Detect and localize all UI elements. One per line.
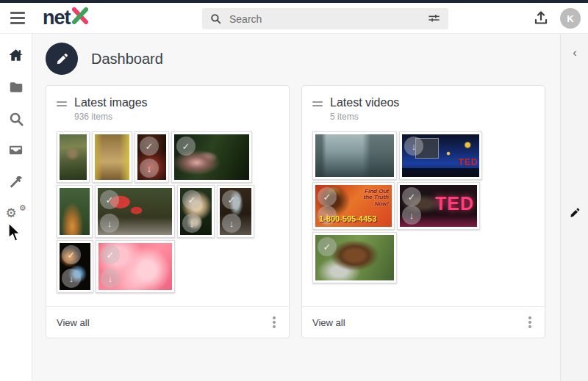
sidebar-item-tools[interactable] xyxy=(0,166,32,197)
download-overlay-icon[interactable]: ↓ xyxy=(404,137,423,156)
sidebar-item-settings[interactable]: ⚙⚙ xyxy=(0,197,32,229)
main-content: Dashboard Latest images 936 items ✓↓✓✓↓✓… xyxy=(32,34,560,381)
top-toolbar: net Search K xyxy=(0,3,588,34)
thumbnail-infomercial-video[interactable]: ✓↓Find Out the Truth Now!1-800-595-4453 xyxy=(312,182,395,230)
thumbnail-mushrooms-on-moss[interactable]: ✓ xyxy=(171,131,252,183)
thumbnail-ted-talk-blue-stage-video[interactable]: ↓TED xyxy=(399,131,482,180)
thumb-overlay-text: Find Out the Truth Now! xyxy=(363,189,389,207)
download-overlay-icon[interactable]: ↓ xyxy=(402,206,421,225)
thumb-overlay-text: TED xyxy=(435,194,474,213)
view-all-link[interactable]: View all xyxy=(57,317,90,328)
card-title: Latest videos xyxy=(330,96,399,109)
check-overlay-icon[interactable]: ✓ xyxy=(222,190,241,209)
thumb-overlay-text: 1-800-595-4453 xyxy=(319,215,376,224)
download-overlay-icon[interactable]: ↓ xyxy=(140,159,159,178)
download-overlay-icon[interactable]: ↓ xyxy=(182,214,201,233)
search-input[interactable]: Search xyxy=(202,8,448,29)
filter-sliders-icon[interactable] xyxy=(427,12,441,26)
thumbnail-fly-agaric-mushrooms[interactable]: ✓↓ xyxy=(95,185,175,238)
thumbnail-tree-fungus[interactable] xyxy=(92,131,132,183)
netx-logo[interactable]: net xyxy=(43,7,89,29)
download-overlay-icon[interactable]: ↓ xyxy=(100,214,119,233)
right-rail: ‹ xyxy=(560,34,588,381)
inbox-tray-icon xyxy=(7,142,24,159)
latest-images-card: Latest images 936 items ✓↓✓✓↓✓↓✓↓✓↓✓↓ Vi… xyxy=(46,85,290,338)
search-icon xyxy=(209,12,222,25)
thumbnail-pink-abstract[interactable]: ✓↓ xyxy=(96,240,175,293)
avatar-initial: K xyxy=(567,13,573,24)
thumb-overlay-text: TED xyxy=(458,158,478,167)
page-header: Dashboard xyxy=(46,43,560,75)
pencil-icon xyxy=(55,52,69,66)
check-overlay-icon[interactable]: ✓ xyxy=(182,190,201,209)
card-header: Latest videos 5 items xyxy=(302,86,545,129)
thumbnail-ink-cap-mushrooms[interactable]: ✓↓ xyxy=(217,185,254,238)
kebab-menu-icon[interactable] xyxy=(270,315,279,330)
logo-x-icon xyxy=(71,7,89,24)
download-overlay-icon[interactable]: ↓ xyxy=(101,269,120,288)
search-nav-icon xyxy=(8,111,24,127)
sidebar-item-search[interactable] xyxy=(0,103,32,134)
thumbnail-red-mushroom-dark[interactable]: ✓↓ xyxy=(135,131,169,183)
card-title: Latest images xyxy=(74,96,148,109)
kebab-menu-icon[interactable] xyxy=(526,315,534,330)
thumbnail-ted-stage-sign-video[interactable]: ✓↓TED xyxy=(397,182,480,230)
thumbnail-orange-mushrooms-forest[interactable] xyxy=(57,185,93,238)
upload-icon[interactable] xyxy=(532,10,550,27)
sidebar-item-inbox[interactable] xyxy=(0,134,32,166)
download-overlay-icon[interactable]: ↓ xyxy=(222,214,241,233)
card-footer: View all xyxy=(302,306,545,338)
download-overlay-icon[interactable]: ↓ xyxy=(62,269,81,288)
left-sidebar: ⚙⚙ xyxy=(0,34,32,381)
thumbnail-owl-on-stump[interactable] xyxy=(57,131,90,183)
drag-handle-icon[interactable] xyxy=(57,101,67,122)
annotate-pencil-icon[interactable] xyxy=(569,207,581,219)
page-title: Dashboard xyxy=(91,51,163,68)
check-overlay-icon[interactable]: ✓ xyxy=(176,137,196,156)
sidebar-item-folders[interactable] xyxy=(0,71,32,103)
card-header: Latest images 936 items xyxy=(46,86,289,129)
image-thumbnails-grid: ✓↓✓✓↓✓↓✓↓✓↓✓↓ xyxy=(46,129,289,306)
card-footer: View all xyxy=(46,306,289,338)
chevron-left-icon[interactable]: ‹ xyxy=(561,46,588,60)
check-overlay-icon[interactable]: ✓ xyxy=(140,137,159,156)
check-overlay-icon[interactable]: ✓ xyxy=(101,245,120,264)
search-placeholder: Search xyxy=(229,13,427,25)
sidebar-item-home[interactable] xyxy=(0,40,32,71)
logo-text: net xyxy=(43,7,71,29)
check-overlay-icon[interactable]: ✓ xyxy=(62,245,81,264)
latest-videos-card: Latest videos 5 items ↓TED✓↓Find Out the… xyxy=(301,85,545,338)
user-avatar[interactable]: K xyxy=(560,8,581,29)
dashboard-edit-button[interactable] xyxy=(46,43,78,75)
thumbnail-mushroom-cluster[interactable]: ✓↓ xyxy=(177,185,215,238)
folder-icon xyxy=(8,79,24,95)
thumbnail-red-panda-video[interactable]: ✓ xyxy=(312,232,397,283)
home-icon xyxy=(7,47,24,64)
check-overlay-icon[interactable]: ✓ xyxy=(402,187,421,206)
check-overlay-icon[interactable]: ✓ xyxy=(318,187,337,206)
settings-gears-icon: ⚙⚙ xyxy=(7,205,25,222)
hammer-icon xyxy=(8,174,24,190)
view-all-link[interactable]: View all xyxy=(312,317,345,328)
check-overlay-icon[interactable]: ✓ xyxy=(100,190,119,209)
card-item-count: 5 items xyxy=(330,112,399,122)
card-item-count: 936 items xyxy=(74,112,148,122)
thumbnail-glowing-fungi-dark[interactable]: ✓↓ xyxy=(57,240,93,293)
menu-hamburger-icon[interactable] xyxy=(7,7,29,29)
drag-handle-icon[interactable] xyxy=(312,101,323,122)
thumbnail-industrial-scene-video[interactable] xyxy=(312,131,397,180)
video-thumbnails-grid: ↓TED✓↓Find Out the Truth Now!1-800-595-4… xyxy=(302,129,545,306)
check-overlay-icon[interactable]: ✓ xyxy=(318,237,337,256)
